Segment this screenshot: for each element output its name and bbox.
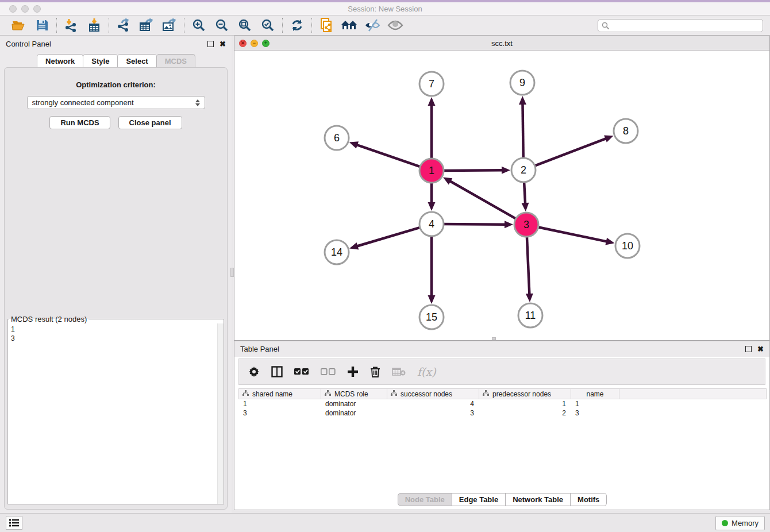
- show-graphics-icon[interactable]: [387, 17, 404, 33]
- tab-network-table[interactable]: Network Table: [505, 493, 571, 506]
- arrowhead-1-to-6: [349, 141, 359, 148]
- control-panel-title: Control Panel: [6, 40, 51, 48]
- export-image-icon[interactable]: [161, 17, 178, 33]
- edge-3-to-11[interactable]: [527, 235, 530, 295]
- node-label-4: 4: [429, 218, 434, 230]
- tab-motifs[interactable]: Motifs: [570, 493, 607, 506]
- import-table-icon[interactable]: [86, 17, 103, 33]
- zoom-selected-icon[interactable]: [259, 17, 276, 33]
- gear-icon[interactable]: [248, 366, 260, 377]
- zoom-in-icon[interactable]: [190, 17, 207, 33]
- arrowhead-4-to-15: [428, 295, 436, 304]
- cell-shared-name[interactable]: 3: [238, 408, 321, 418]
- save-session-icon[interactable]: [33, 17, 51, 33]
- delete-table-icon[interactable]: [392, 367, 406, 376]
- export-table-icon[interactable]: [138, 17, 155, 33]
- zoom-out-icon[interactable]: [213, 17, 230, 33]
- edge-2-to-9[interactable]: [522, 103, 523, 160]
- columns-icon[interactable]: [271, 366, 283, 377]
- task-history-button[interactable]: [6, 516, 22, 530]
- table-row[interactable]: 3dominator323: [238, 408, 767, 418]
- network-graph-canvas[interactable]: 7968124314101511: [234, 51, 769, 340]
- import-network-icon[interactable]: [63, 17, 80, 33]
- column-header-name[interactable]: name: [571, 389, 619, 399]
- tab-edge-table[interactable]: Edge Table: [452, 493, 506, 506]
- tab-node-table[interactable]: Node Table: [398, 493, 452, 506]
- edge-3-to-10[interactable]: [537, 227, 607, 242]
- splitter-handle[interactable]: [492, 337, 496, 340]
- duplicate-network-icon[interactable]: [318, 17, 335, 33]
- node-label-6: 6: [334, 132, 340, 144]
- edge-2-to-3[interactable]: [524, 180, 525, 204]
- status-bar: Memory: [0, 513, 770, 532]
- close-panel-icon[interactable]: ✖: [220, 41, 226, 47]
- edge-1-to-6[interactable]: [356, 145, 422, 167]
- cell-name[interactable]: 3: [571, 408, 619, 418]
- cell-shared-name[interactable]: 1: [238, 399, 321, 408]
- deselect-all-icon[interactable]: [321, 368, 336, 376]
- zoom-fit-icon[interactable]: [236, 17, 253, 33]
- arrowhead-1-to-2: [502, 167, 510, 174]
- open-file-icon[interactable]: [10, 17, 28, 33]
- column-header-shared-name[interactable]: shared name: [239, 389, 321, 399]
- close-panel-icon[interactable]: ✖: [757, 346, 764, 352]
- column-label: shared name: [252, 390, 292, 398]
- cell-MCDS-role[interactable]: dominator: [321, 399, 387, 408]
- export-network-icon[interactable]: [115, 17, 132, 33]
- column-header-successor-nodes[interactable]: successor nodes: [387, 389, 479, 399]
- float-panel-icon[interactable]: [745, 346, 752, 352]
- splitter-handle[interactable]: [230, 268, 234, 277]
- tab-select[interactable]: Select: [117, 54, 156, 68]
- column-header-MCDS-role[interactable]: MCDS role: [321, 389, 387, 399]
- home-icon[interactable]: [341, 17, 358, 33]
- float-panel-icon[interactable]: [207, 41, 214, 47]
- mcds-panel: Optimization criterion: strongly connect…: [4, 67, 228, 510]
- table-rows: 1dominator4113dominator323: [238, 399, 767, 418]
- cell-predecessor-nodes[interactable]: 1: [479, 399, 571, 408]
- delete-icon[interactable]: [370, 366, 380, 377]
- tab-style[interactable]: Style: [83, 54, 118, 68]
- network-window-titlebar[interactable]: ✕ − + scc.txt: [234, 36, 769, 51]
- arrowhead-1-to-4: [428, 202, 436, 211]
- edge-2-to-8[interactable]: [533, 138, 607, 167]
- tab-mcds[interactable]: MCDS: [156, 54, 195, 68]
- memory-button[interactable]: Memory: [715, 516, 765, 530]
- cell-successor-nodes[interactable]: 3: [387, 408, 479, 418]
- edge-1-to-2[interactable]: [442, 170, 503, 171]
- arrowhead-3-to-11: [526, 294, 533, 302]
- cell-name[interactable]: 1: [571, 399, 619, 408]
- column-header-predecessor-nodes[interactable]: predecessor nodes: [479, 389, 571, 399]
- column-label: MCDS role: [334, 390, 368, 398]
- memory-label: Memory: [732, 519, 759, 527]
- node-table: shared nameMCDS rolesuccessor nodesprede…: [238, 388, 767, 418]
- table-row[interactable]: 1dominator411: [238, 399, 767, 408]
- edge-4-to-14[interactable]: [357, 227, 422, 246]
- table-panel-tabs: Node TableEdge TableNetwork TableMotifs: [234, 493, 769, 506]
- hide-style-icon[interactable]: [364, 17, 381, 33]
- mcds-result-group: MCDS result (2 nodes) 1 3: [7, 315, 224, 504]
- mcds-result-title: MCDS result (2 nodes): [9, 315, 88, 323]
- refresh-icon[interactable]: [288, 17, 306, 33]
- close-panel-button[interactable]: Close panel: [118, 116, 182, 129]
- optimization-criterion-select[interactable]: strongly connected component: [27, 96, 205, 109]
- mcds-result-textarea[interactable]: 1 3: [8, 323, 224, 504]
- network-window-title: scc.txt: [234, 39, 769, 48]
- arrowhead-3-to-10: [605, 238, 614, 245]
- run-mcds-button[interactable]: Run MCDS: [49, 116, 110, 129]
- window-title: Session: New Session: [0, 5, 770, 13]
- select-all-icon[interactable]: [294, 368, 309, 376]
- tab-network[interactable]: Network: [37, 54, 83, 68]
- edge-3-to-1[interactable]: [449, 181, 517, 219]
- cell-predecessor-nodes[interactable]: 2: [479, 408, 571, 418]
- search-input[interactable]: [598, 19, 763, 32]
- search-box: [598, 19, 763, 32]
- control-panel-header: Control Panel ✖: [0, 36, 232, 52]
- edge-4-to-3[interactable]: [442, 224, 506, 225]
- column-label: name: [586, 390, 603, 398]
- cell-successor-nodes[interactable]: 4: [387, 399, 479, 408]
- cell-MCDS-role[interactable]: dominator: [321, 408, 387, 418]
- function-builder-icon[interactable]: f(x): [417, 365, 436, 378]
- result-scrollbar[interactable]: [217, 323, 224, 504]
- column-label: predecessor nodes: [492, 390, 551, 398]
- add-column-icon[interactable]: [347, 366, 359, 377]
